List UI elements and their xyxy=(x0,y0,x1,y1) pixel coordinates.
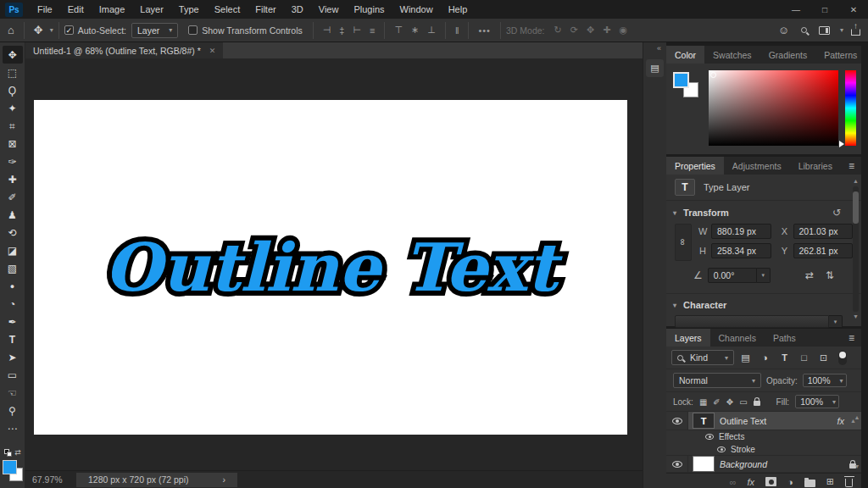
x-position-input[interactable]: 201.03 px xyxy=(793,224,854,239)
move-tool-preset-icon[interactable]: ✥ xyxy=(30,24,47,36)
stroke-effect-row[interactable]: Stroke xyxy=(666,443,861,456)
lock-position-icon[interactable]: ✥ xyxy=(726,397,733,407)
tab-properties[interactable]: Properties xyxy=(666,157,724,175)
history-brush-tool[interactable]: ⟲ xyxy=(3,224,23,241)
status-chevron-icon[interactable]: › xyxy=(223,474,226,485)
align-vertical-centers-icon[interactable]: ∗ xyxy=(407,25,423,36)
move-tool[interactable]: ✥ xyxy=(3,46,23,64)
menu-edit[interactable]: Edit xyxy=(60,0,92,19)
menu-type[interactable]: Type xyxy=(171,0,207,19)
share-icon[interactable] xyxy=(847,25,865,36)
clone-stamp-tool[interactable]: ♟ xyxy=(3,206,23,224)
tab-adjustments[interactable]: Adjustments xyxy=(724,157,790,175)
add-adjustment-layer-icon[interactable]: ◑ xyxy=(787,477,793,487)
edit-toolbar-icon[interactable]: ⋯ xyxy=(3,419,23,437)
filter-type-layers-icon[interactable]: T xyxy=(776,351,793,365)
color-picker-marker[interactable] xyxy=(710,72,716,78)
canvas-document[interactable]: Outline Text xyxy=(34,100,627,435)
lock-artboard-icon[interactable]: ▭ xyxy=(739,397,747,407)
transform-section-header[interactable]: ▾ Transform ↺ xyxy=(666,201,861,222)
layer-name[interactable]: Background xyxy=(720,459,767,469)
panel-menu-icon[interactable]: ≡ xyxy=(842,157,861,175)
type-tool[interactable]: T xyxy=(3,330,23,348)
foreground-color-swatch[interactable] xyxy=(673,72,689,88)
panel-menu-icon[interactable]: ≡ xyxy=(842,329,861,347)
zoom-tool[interactable]: ⚲ xyxy=(3,402,23,419)
zoom-level-field[interactable]: 67.97% xyxy=(25,474,76,485)
tab-paths[interactable]: Paths xyxy=(765,329,804,347)
scroll-down-icon[interactable]: ▼ xyxy=(854,463,860,471)
scroll-up-icon[interactable]: ▲ xyxy=(854,413,860,422)
frame-tool[interactable]: ⊠ xyxy=(3,135,23,152)
menu-file[interactable]: File xyxy=(30,0,60,19)
menu-view[interactable]: View xyxy=(311,0,347,19)
minimize-button[interactable]: — xyxy=(782,0,810,19)
account-icon[interactable]: ☺ xyxy=(774,24,793,36)
blend-mode-dropdown[interactable]: Normal ▾ xyxy=(673,373,761,388)
foreground-color-swatch[interactable] xyxy=(3,460,17,474)
blur-tool[interactable]: ● xyxy=(3,277,23,295)
collapse-section-icon[interactable]: ▾ xyxy=(673,302,676,309)
menu-filter[interactable]: Filter xyxy=(248,0,283,19)
fill-dropdown[interactable]: 100% ▾ xyxy=(795,395,839,408)
eyedropper-tool[interactable]: ✑ xyxy=(3,152,23,170)
chevron-down-icon[interactable]: ▾ xyxy=(50,26,53,34)
tab-gradients[interactable]: Gradients xyxy=(760,46,816,64)
menu-layer[interactable]: Layer xyxy=(132,0,171,19)
swap-colors-icon[interactable]: ⇄ xyxy=(14,448,21,457)
text-layer-thumbnail[interactable]: T xyxy=(693,413,714,428)
layer-row-outline-text[interactable]: T Outline Text fx ▲ xyxy=(666,412,861,430)
layers-scrollbar[interactable]: ▲ ▼ xyxy=(854,413,860,471)
background-layer-thumbnail[interactable] xyxy=(693,457,714,471)
saturation-brightness-field[interactable] xyxy=(709,70,838,146)
layer-effects-icon[interactable]: fx xyxy=(837,416,845,426)
menu-plugins[interactable]: Plugins xyxy=(346,0,392,19)
filter-smart-objects-icon[interactable]: ⊡ xyxy=(815,351,832,365)
angle-dropdown-icon[interactable]: ▾ xyxy=(757,268,771,283)
filter-kind-dropdown[interactable]: Kind ▾ xyxy=(671,350,734,365)
auto-select-dropdown[interactable]: Layer ▾ xyxy=(131,23,178,38)
distribute-icon[interactable]: ‖ xyxy=(451,25,464,36)
tab-libraries[interactable]: Libraries xyxy=(790,157,841,175)
delete-layer-icon[interactable] xyxy=(845,477,853,487)
flip-vertical-icon[interactable]: ⇅ xyxy=(826,269,834,281)
path-selection-tool[interactable]: ➤ xyxy=(3,348,23,366)
reset-transform-icon[interactable]: ↺ xyxy=(832,207,853,219)
y-position-input[interactable]: 262.81 px xyxy=(793,243,854,258)
healing-brush-tool[interactable]: ✚ xyxy=(3,170,23,188)
align-justify-icon[interactable]: ≡ xyxy=(365,25,379,36)
filter-shape-layers-icon[interactable]: □ xyxy=(796,351,812,365)
home-icon[interactable]: ⌂ xyxy=(3,24,19,36)
tab-patterns[interactable]: Patterns xyxy=(815,46,865,64)
layer-row-background[interactable]: Background xyxy=(666,456,861,473)
menu-3d[interactable]: 3D xyxy=(284,0,311,19)
menu-image[interactable]: Image xyxy=(92,0,133,19)
menu-help[interactable]: Help xyxy=(441,0,476,19)
collapsed-panel-icon[interactable]: ▤ xyxy=(646,59,664,77)
object-selection-tool[interactable]: ✦ xyxy=(3,99,23,117)
marquee-tool[interactable]: ⬚ xyxy=(3,64,23,81)
filter-pixel-layers-icon[interactable]: ▤ xyxy=(737,351,754,365)
opacity-dropdown[interactable]: 100% ▾ xyxy=(803,374,847,387)
collapse-section-icon[interactable]: ▾ xyxy=(673,209,676,217)
effects-row[interactable]: Effects xyxy=(666,430,861,443)
flip-horizontal-icon[interactable]: ⇄ xyxy=(805,269,814,281)
add-layer-mask-icon[interactable] xyxy=(765,477,776,486)
pen-tool[interactable]: ✒ xyxy=(3,313,23,330)
lock-pixels-icon[interactable]: ✐ xyxy=(713,397,720,407)
chevron-down-icon[interactable]: ▾ xyxy=(840,26,843,34)
menu-window[interactable]: Window xyxy=(392,0,441,19)
hand-tool[interactable]: ☜ xyxy=(3,384,23,402)
close-tab-icon[interactable]: ✕ xyxy=(209,47,216,55)
eraser-tool[interactable]: ◪ xyxy=(3,241,23,259)
brush-tool[interactable]: ✐ xyxy=(3,188,23,206)
crop-tool[interactable]: ⌗ xyxy=(3,117,23,135)
filter-adjustment-layers-icon[interactable]: ◑ xyxy=(757,351,773,365)
font-family-dropdown[interactable]: ▾ xyxy=(675,315,843,328)
eye-icon[interactable] xyxy=(717,446,726,452)
link-layers-icon[interactable]: ∞ xyxy=(730,477,737,487)
more-options-icon[interactable]: ••• xyxy=(474,25,495,36)
tab-color[interactable]: Color xyxy=(666,46,704,64)
tab-channels[interactable]: Channels xyxy=(710,329,765,347)
tab-layers[interactable]: Layers xyxy=(666,329,710,347)
